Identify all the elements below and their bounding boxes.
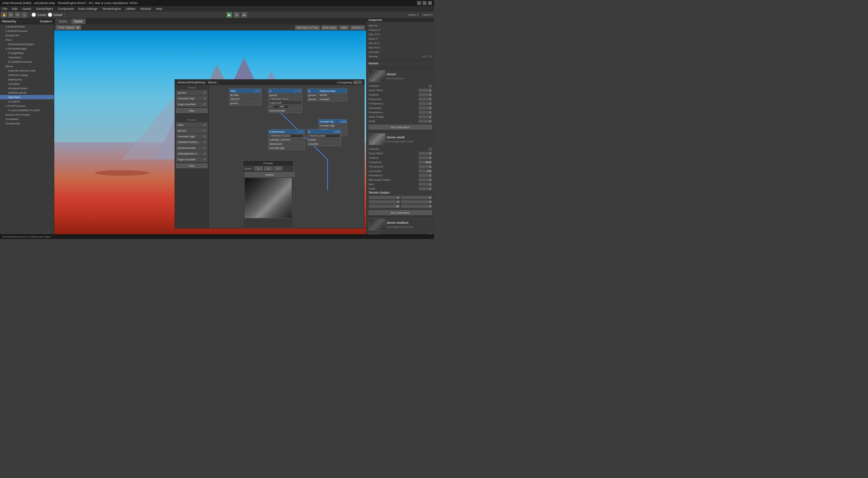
scale-output-input[interactable] [418, 115, 432, 119]
ds-frequency-input[interactable] [418, 160, 432, 164]
yfreq-input[interactable] [418, 102, 432, 105]
ds-add-calculation-button[interactable]: Add Calculation [369, 210, 432, 215]
zoom-input2[interactable] [264, 166, 273, 171]
noise-delete[interactable]: ✕ [203, 97, 206, 100]
ds-octaves-input[interactable] [418, 156, 432, 160]
result-delete[interactable]: ✕ [203, 123, 206, 126]
node-noisemount-controls[interactable]: L U X [298, 131, 303, 133]
maximize-button[interactable]: □ [422, 1, 427, 5]
dm-is-biome-check[interactable] [429, 233, 432, 235]
create-button[interactable]: Create ▾ [40, 20, 52, 23]
hierarchy-item[interactable]: red planet grass [0, 86, 54, 91]
hierarchy-item[interactable]: ParticlesGameObject [0, 42, 54, 46]
aspect-select[interactable]: Free Aspect [56, 25, 81, 30]
play-button[interactable]: ▶ [226, 12, 232, 18]
to-val3[interactable] [369, 200, 400, 204]
layout-btn[interactable]: Layout ▾ [422, 13, 433, 16]
menu-terrain-engine[interactable]: TerrainEngine [101, 7, 122, 11]
toolbar-scale-tool[interactable]: ⤡ [22, 12, 27, 18]
hierarchy-item[interactable]: Flora [0, 38, 54, 42]
window-buttons[interactable]: ─ □ ✕ [417, 1, 432, 5]
scale-input[interactable] [418, 119, 432, 123]
seed-offset-input[interactable] [418, 88, 432, 92]
tab-game[interactable]: Game [71, 19, 86, 24]
hierarchy-item[interactable]: 9-Biome1 dialog [0, 73, 54, 77]
hierarchy-item[interactable]: Tcombined [0, 117, 54, 121]
hierarchy-item[interactable]: 5-Caves DEBRIS PLANET [0, 108, 54, 113]
menu-extra-settings[interactable]: Extra Settings [77, 7, 98, 11]
menu-component[interactable]: Component [57, 7, 75, 11]
hierarchy-item[interactable]: 9-Biomes Biome1 hide [0, 68, 54, 73]
toolbar-move-tool[interactable]: ✛ [8, 12, 14, 18]
pivot-toggle[interactable] [32, 13, 36, 17]
hierarchy-item[interactable]: 0-DefaultPalette [0, 24, 54, 29]
result-delete[interactable]: ✕ [203, 135, 206, 138]
node-canvas[interactable]: Main L U X Main SELECT ground [209, 85, 364, 228]
node-main-controls[interactable]: L U X [254, 90, 260, 92]
node-select-controls[interactable]: L U X [295, 90, 301, 92]
result-delete[interactable]: ✕ [203, 141, 206, 144]
select-min-input[interactable] [270, 105, 279, 108]
noise-item-ground[interactable]: ground ✕ [176, 90, 208, 95]
to-val6[interactable] [401, 204, 432, 208]
select-max-input[interactable] [279, 105, 289, 108]
result-item-id2[interactable]: 3562988185117... ✕ [176, 151, 208, 156]
stats-btn[interactable]: Stats [339, 25, 349, 30]
menu-help[interactable]: Help [155, 7, 163, 11]
result-delete[interactable]: ✕ [203, 146, 206, 150]
space-toggle[interactable] [48, 13, 52, 17]
menu-edit[interactable]: Edit [11, 7, 19, 11]
noise-item-mountain-high[interactable]: mountain high ✕ [176, 96, 208, 101]
ds-bias-scale-output-input[interactable] [418, 178, 432, 182]
noise-delete[interactable]: ✕ [203, 91, 206, 94]
toolbar-hand-tool[interactable]: ✋ [1, 12, 7, 18]
lacunarity-input[interactable] [418, 106, 432, 110]
ds-bias-input[interactable] [418, 182, 432, 186]
hierarchy-item[interactable]: Ice planet [0, 99, 54, 104]
hierarchy-item[interactable]: Biome [0, 64, 54, 68]
noise-delete[interactable]: ✕ [203, 103, 206, 106]
noisemount-id-input[interactable] [270, 134, 303, 138]
hierarchy-item[interactable]: DEBRIS planet [0, 91, 54, 95]
hierarchy-item[interactable]: 9-ColliderProcessor [0, 60, 54, 64]
zoom-input[interactable] [254, 166, 263, 171]
gizmos-btn[interactable]: Gizmos ▾ [350, 25, 365, 30]
hierarchy-item[interactable]: 2-TreeProcessor [0, 104, 54, 108]
octaves-input[interactable] [418, 93, 432, 97]
node-noisemount-bottom-controls[interactable]: L U X [334, 131, 340, 133]
zoom-input3[interactable] [274, 166, 282, 171]
select-value-input[interactable] [270, 98, 290, 101]
hierarchy-item[interactable]: red plains [0, 82, 54, 86]
minimize-button[interactable]: ─ [417, 1, 421, 5]
menu-utilities[interactable]: Utilities [125, 7, 137, 11]
menu-file[interactable]: File [1, 7, 8, 11]
update-button[interactable]: Update [244, 172, 295, 177]
result-item-id1[interactable]: 3562982732202... ✕ [176, 140, 208, 145]
noisemount-bottom-input[interactable] [309, 134, 340, 138]
ds-lacunarity-input[interactable] [418, 169, 432, 173]
result-new-button[interactable]: New [176, 163, 208, 168]
add-calculation-button[interactable]: Add Calculation [369, 125, 432, 130]
menu-assets[interactable]: Assets [21, 7, 32, 11]
node-noisemountain2-controls[interactable]: L U X [340, 120, 346, 123]
hierarchy-item[interactable]: Ground-7PN Clones [0, 113, 54, 117]
result-item-noisemtn[interactable]: Noisemountain ✕ [176, 145, 208, 151]
ds-scale-input[interactable] [418, 187, 432, 191]
hierarchy-item[interactable]: playing key [0, 77, 54, 82]
close-button[interactable]: ✕ [428, 1, 432, 5]
ds-persistence-input[interactable] [418, 174, 432, 177]
ds-seed-offset-input[interactable] [418, 152, 432, 155]
hierarchy-item-selected[interactable]: Lilly Plant [0, 95, 54, 99]
to-val2[interactable] [401, 196, 432, 199]
result-delete[interactable]: ✕ [203, 129, 206, 132]
to-val1[interactable] [369, 196, 400, 199]
result-item-main[interactable]: Main ✕ [176, 122, 208, 127]
result-delete[interactable]: ✕ [203, 152, 206, 155]
is-biome-checkbox[interactable] [429, 84, 432, 88]
hierarchy-item[interactable]: Calculation [0, 55, 54, 60]
hierarchy-item[interactable]: 4-TerrainManager [0, 46, 54, 51]
ds-yfreq-input[interactable] [418, 165, 432, 168]
toolbar-rotate-tool[interactable]: ↻ [15, 12, 20, 18]
step-button[interactable]: ⏭ [241, 12, 247, 18]
result-item-ground[interactable]: ground ✕ [176, 128, 208, 133]
